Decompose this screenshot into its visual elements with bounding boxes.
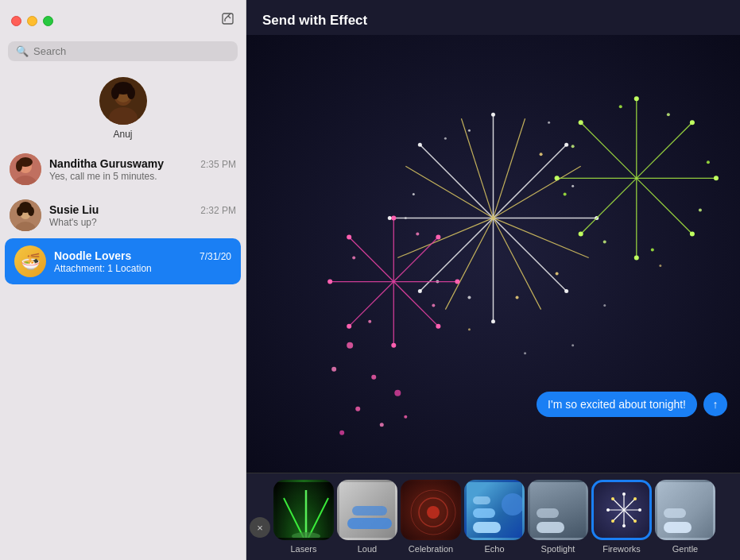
message-area: I'm so excited about tonight! ↑ [537, 392, 727, 417]
conv-body-nanditha: Nanditha Guruswamy 2:35 PM Yes, call me … [49, 157, 236, 182]
svg-line-75 [637, 122, 692, 178]
conv-time-susie: 2:32 PM [200, 205, 236, 216]
svg-point-90 [667, 113, 670, 116]
effect-strip: × Lasers Loud [246, 473, 740, 560]
svg-point-68 [327, 280, 332, 284]
svg-point-83 [690, 120, 695, 125]
svg-point-51 [413, 193, 415, 195]
svg-line-35 [397, 218, 493, 257]
sidebar: 🔍 Anuj [0, 0, 246, 560]
svg-point-107 [548, 122, 550, 124]
effect-item-loud[interactable]: Loud [337, 480, 397, 554]
svg-point-64 [455, 280, 459, 284]
svg-line-34 [445, 218, 493, 309]
svg-point-70 [416, 232, 419, 235]
effect-thumb-gentle [655, 480, 715, 540]
send-button[interactable]: ↑ [703, 392, 727, 416]
effect-thumb-fireworks [591, 480, 652, 540]
svg-point-20 [17, 207, 23, 216]
effect-label-fireworks: Fireworks [602, 544, 641, 554]
page-title: Send with Effect [262, 13, 367, 28]
svg-line-61 [349, 237, 393, 281]
effect-label-celebration: Celebration [409, 544, 453, 554]
svg-point-86 [634, 256, 639, 261]
conversation-list: Anuj Nanditha Guruswamy 2:35 PM Y [0, 68, 246, 560]
fireworks-canvas: I'm so excited about tonight! ↑ [246, 35, 740, 473]
conv-preview-susie: What's up? [49, 217, 236, 228]
effect-item-fireworks[interactable]: Fireworks [591, 480, 652, 554]
svg-point-89 [579, 120, 583, 125]
conversation-item-nanditha[interactable]: Nanditha Guruswamy 2:35 PM Yes, call me … [0, 146, 246, 192]
effect-item-spotlight[interactable]: Spotlight [528, 480, 588, 554]
avatar-nanditha [10, 153, 41, 185]
svg-point-52 [516, 296, 519, 299]
svg-point-9 [111, 87, 119, 99]
svg-point-113 [571, 344, 574, 346]
effect-item-lasers[interactable]: Lasers [273, 480, 334, 554]
conv-name-susie: Susie Liu [49, 203, 99, 216]
svg-point-15 [16, 160, 22, 172]
svg-point-65 [436, 324, 440, 329]
svg-point-62 [391, 215, 396, 220]
conv-body-susie: Susie Liu 2:32 PM What's up? [49, 203, 236, 228]
svg-point-98 [347, 342, 353, 349]
svg-point-38 [491, 113, 495, 117]
svg-point-106 [444, 137, 447, 140]
svg-point-47 [468, 129, 471, 132]
conv-body-noodle: Noodle Lovers 7/31/20 Attachment: 1 Loca… [54, 249, 231, 274]
search-input[interactable] [33, 45, 230, 57]
svg-point-111 [524, 352, 526, 354]
svg-point-82 [634, 96, 639, 101]
svg-rect-145 [664, 522, 692, 533]
effect-item-echo[interactable]: Echo [464, 480, 525, 554]
svg-line-32 [494, 218, 589, 257]
svg-rect-124 [473, 508, 495, 518]
svg-line-134 [613, 510, 624, 521]
message-bubble: I'm so excited about tonight! [537, 392, 697, 417]
compose-button[interactable] [221, 12, 234, 29]
svg-rect-127 [537, 522, 564, 533]
effect-label-loud: Loud [358, 544, 377, 554]
svg-point-49 [556, 272, 559, 276]
svg-point-138 [633, 497, 637, 500]
svg-point-87 [579, 231, 583, 236]
svg-point-140 [633, 519, 637, 523]
effect-thumb-loud [337, 480, 397, 540]
svg-point-46 [540, 153, 543, 156]
svg-point-39 [564, 143, 568, 147]
effect-label-lasers: Lasers [290, 544, 316, 554]
maximize-button[interactable] [43, 16, 53, 26]
conversation-item-susie[interactable]: Susie Liu 2:32 PM What's up? [0, 192, 246, 238]
search-bar[interactable]: 🔍 [8, 41, 238, 61]
svg-rect-118 [347, 518, 392, 529]
svg-rect-128 [537, 508, 559, 518]
svg-line-130 [624, 499, 635, 510]
svg-point-53 [467, 296, 471, 299]
svg-point-92 [603, 240, 606, 243]
conv-name-nanditha: Nanditha Guruswamy [49, 157, 164, 170]
svg-point-45 [418, 143, 422, 147]
svg-rect-146 [664, 508, 686, 518]
effect-item-celebration[interactable]: Celebration [401, 480, 461, 554]
svg-point-120 [427, 506, 440, 519]
svg-point-43 [418, 289, 422, 293]
svg-point-103 [380, 423, 384, 427]
svg-point-88 [555, 176, 560, 180]
pinned-contact-anuj[interactable]: Anuj [0, 68, 246, 146]
svg-point-143 [606, 508, 610, 512]
svg-point-117 [292, 532, 320, 540]
svg-point-102 [355, 407, 360, 411]
close-effects-button[interactable]: × [250, 517, 270, 538]
svg-point-97 [619, 105, 622, 108]
svg-line-25 [494, 218, 567, 291]
conversation-item-noodle[interactable]: 🍜 Noodle Lovers 7/31/20 Attachment: 1 Lo… [5, 238, 241, 284]
svg-point-108 [603, 304, 606, 307]
minimize-button[interactable] [27, 16, 37, 26]
svg-rect-119 [352, 506, 387, 516]
svg-point-110 [659, 265, 661, 267]
effect-item-gentle[interactable]: Gentle [655, 480, 715, 554]
svg-point-21 [28, 207, 34, 216]
avatar-anuj [99, 77, 147, 125]
close-button[interactable] [11, 16, 21, 26]
svg-point-71 [368, 320, 371, 323]
